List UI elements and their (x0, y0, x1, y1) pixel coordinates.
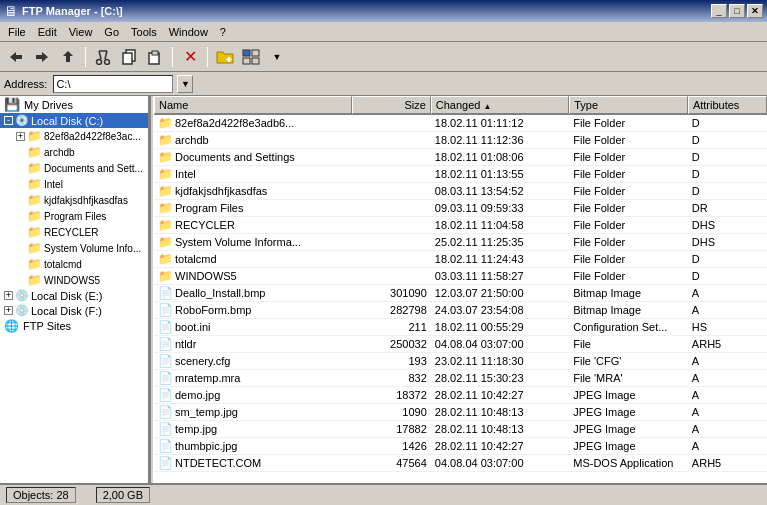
tree-label: Local Disk (C:) (31, 115, 103, 127)
file-icon: 📄 (158, 320, 173, 334)
file-type: File Folder (569, 218, 688, 232)
menu-item-help[interactable]: ? (214, 24, 232, 40)
back-button[interactable] (4, 46, 28, 68)
tree-expand-c[interactable]: - (4, 116, 13, 125)
tree-item-recycler[interactable]: 📁 RECYCLER (0, 224, 148, 240)
file-row[interactable]: 📁 WINDOWS5 03.03.11 11:58:27 File Folder… (154, 268, 767, 285)
col-header-changed[interactable]: Changed ▲ (431, 96, 569, 114)
file-icon: 📁 (158, 167, 173, 181)
tree-item-archdb[interactable]: 📁 archdb (0, 144, 148, 160)
file-changed: 08.03.11 13:54:52 (431, 184, 569, 198)
toolbar-separator-1 (85, 47, 86, 67)
tree-expand-82ef[interactable]: + (16, 132, 25, 141)
paste-button[interactable] (143, 46, 167, 68)
file-row[interactable]: 📄 ntldr 250032 04.08.04 03:07:00 File AR… (154, 336, 767, 353)
tree-item-my-drives[interactable]: 💾 My Drives (0, 96, 148, 113)
file-row[interactable]: 📄 mratemp.mra 832 28.02.11 15:30:23 File… (154, 370, 767, 387)
file-row[interactable]: 📄 demo.jpg 18372 28.02.11 10:42:27 JPEG … (154, 387, 767, 404)
title-bar-text: FTP Manager - [C:\] (22, 5, 711, 17)
file-row[interactable]: 📄 NTDETECT.COM 47564 04.08.04 03:07:00 M… (154, 455, 767, 472)
file-row[interactable]: 📁 kjdfakjsdhfjkasdfas 08.03.11 13:54:52 … (154, 183, 767, 200)
file-row[interactable]: 📁 archdb 18.02.11 11:12:36 File Folder D (154, 132, 767, 149)
cut-button[interactable] (91, 46, 115, 68)
file-row[interactable]: 📁 Program Files 09.03.11 09:59:33 File F… (154, 200, 767, 217)
file-row[interactable]: 📁 System Volume Informa... 25.02.11 11:2… (154, 234, 767, 251)
file-row[interactable]: 📄 RoboForm.bmp 282798 24.03.07 23:54:08 … (154, 302, 767, 319)
tree-item-program-files[interactable]: 📁 Program Files (0, 208, 148, 224)
maximize-button[interactable]: □ (729, 4, 745, 18)
tree-item-local-disk-e[interactable]: + 💿 Local Disk (E:) (0, 288, 148, 303)
file-row[interactable]: 📄 thumbpic.jpg 1426 28.02.11 10:42:27 JP… (154, 438, 767, 455)
file-size (352, 122, 431, 124)
svg-point-1 (97, 59, 102, 64)
tree-item-ftp-sites[interactable]: 🌐 FTP Sites (0, 318, 148, 334)
file-row[interactable]: 📄 temp.jpg 17882 28.02.11 10:48:13 JPEG … (154, 421, 767, 438)
file-changed: 12.03.07 21:50:00 (431, 286, 569, 300)
menu-item-tools[interactable]: Tools (125, 24, 163, 40)
file-changed: 18.02.11 01:08:06 (431, 150, 569, 164)
file-changed: 18.02.11 01:11:12 (431, 116, 569, 130)
file-size: 17882 (352, 422, 431, 436)
file-name: RECYCLER (175, 219, 235, 231)
hdd-icon: 💿 (15, 114, 29, 127)
tree-item-kjdf[interactable]: 📁 kjdfakjsdhfjkasdfas (0, 192, 148, 208)
tree-label: System Volume Info... (44, 243, 141, 254)
tree-item-local-disk-c[interactable]: - 💿 Local Disk (C:) (0, 113, 148, 128)
file-row[interactable]: 📁 82ef8a2d422f8e3adb6... 18.02.11 01:11:… (154, 115, 767, 132)
file-row[interactable]: 📁 RECYCLER 18.02.11 11:04:58 File Folder… (154, 217, 767, 234)
file-row[interactable]: 📄 sm_temp.jpg 1090 28.02.11 10:48:13 JPE… (154, 404, 767, 421)
file-rows-container: 📁 82ef8a2d422f8e3adb6... 18.02.11 01:11:… (154, 115, 767, 472)
tree-item-totalcmd[interactable]: 📁 totalcmd (0, 256, 148, 272)
close-button[interactable]: ✕ (747, 4, 763, 18)
file-icon: 📁 (158, 184, 173, 198)
file-attr: DR (688, 201, 767, 215)
file-size (352, 156, 431, 158)
file-icon: 📄 (158, 337, 173, 351)
menu-item-window[interactable]: Window (163, 24, 214, 40)
menu-item-go[interactable]: Go (98, 24, 125, 40)
file-row[interactable]: 📄 scenery.cfg 193 23.02.11 11:18:30 File… (154, 353, 767, 370)
file-attr: D (688, 133, 767, 147)
forward-button[interactable] (30, 46, 54, 68)
view-dropdown-button[interactable]: ▼ (265, 46, 289, 68)
tree-item-intel[interactable]: 📁 Intel (0, 176, 148, 192)
tree-label: 82ef8a2d422f8e3ac... (44, 131, 141, 142)
file-row[interactable]: 📁 Intel 18.02.11 01:13:55 File Folder D (154, 166, 767, 183)
file-row[interactable]: 📄 Deallo_Install.bmp 301090 12.03.07 21:… (154, 285, 767, 302)
address-dropdown-button[interactable]: ▼ (177, 75, 193, 93)
view-button[interactable] (239, 46, 263, 68)
file-icon: 📄 (158, 422, 173, 436)
tree-label: kjdfakjsdhfjkasdfas (44, 195, 128, 206)
tree-expand-e[interactable]: + (4, 291, 13, 300)
hdd-icon: 💿 (15, 289, 29, 302)
file-row[interactable]: 📁 totalcmd 18.02.11 11:24:43 File Folder… (154, 251, 767, 268)
col-header-size[interactable]: Size (352, 96, 431, 114)
new-folder-button[interactable] (213, 46, 237, 68)
tree-label: totalcmd (44, 259, 82, 270)
menu-item-edit[interactable]: Edit (32, 24, 63, 40)
tree-item-windows5[interactable]: 📁 WINDOWS5 (0, 272, 148, 288)
tree-item-local-disk-f[interactable]: + 💿 Local Disk (F:) (0, 303, 148, 318)
tree-item-documents[interactable]: 📁 Documents and Sett... (0, 160, 148, 176)
tree-item-82ef[interactable]: + 📁 82ef8a2d422f8e3ac... (0, 128, 148, 144)
file-row[interactable]: 📁 Documents and Settings 18.02.11 01:08:… (154, 149, 767, 166)
menu-item-file[interactable]: File (2, 24, 32, 40)
address-input[interactable] (53, 75, 173, 93)
col-header-name[interactable]: Name (154, 96, 352, 114)
file-icon: 📄 (158, 354, 173, 368)
menu-item-view[interactable]: View (63, 24, 99, 40)
tree-item-sysvolinfo[interactable]: 📁 System Volume Info... (0, 240, 148, 256)
file-row[interactable]: 📄 boot.ini 211 18.02.11 00:55:29 Configu… (154, 319, 767, 336)
col-header-attr[interactable]: Attributes (688, 96, 767, 114)
folder-icon: 📁 (27, 257, 42, 271)
file-changed: 18.02.11 11:24:43 (431, 252, 569, 266)
minimize-button[interactable]: _ (711, 4, 727, 18)
delete-button[interactable]: ✕ (178, 46, 202, 68)
menu-bar: File Edit View Go Tools Window ? (0, 22, 767, 42)
col-header-type[interactable]: Type (569, 96, 688, 114)
copy-button[interactable] (117, 46, 141, 68)
file-name: temp.jpg (175, 423, 217, 435)
file-icon: 📁 (158, 133, 173, 147)
tree-expand-f[interactable]: + (4, 306, 13, 315)
up-button[interactable] (56, 46, 80, 68)
